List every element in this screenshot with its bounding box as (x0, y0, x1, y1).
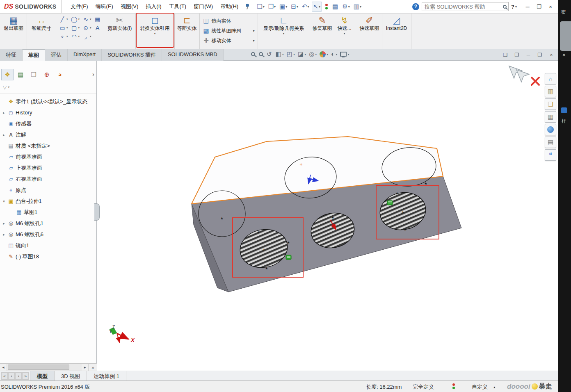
next-tab-button[interactable]: › (15, 372, 22, 380)
zoom-fit-icon[interactable] (251, 52, 256, 56)
menu-item[interactable]: 帮助(H) (217, 1, 242, 12)
tree-item[interactable]: ▸ 注解 (0, 129, 96, 140)
tree-horizontal-scrollbar[interactable]: ◂ ▸ » (0, 363, 97, 371)
repair-sketch-button[interactable]: ✎ 修复草图 (311, 14, 333, 47)
search-box[interactable] (422, 2, 509, 11)
trim-entities-button[interactable]: ✂ 剪裁实体(I) (105, 14, 134, 47)
minimize-button[interactable]: ─ (523, 2, 532, 11)
rapid-sketch-button[interactable]: ✐ 快速草图 (359, 14, 381, 47)
text-tool[interactable]: A (93, 24, 103, 32)
propertymanager-tab[interactable]: ▤ (14, 69, 27, 80)
help-menu[interactable]: ? ▾ (511, 4, 517, 10)
open-button[interactable]: ❐ ▾ (267, 2, 277, 11)
menu-item[interactable]: 文件(F) (67, 1, 91, 12)
panel-expand-button[interactable]: › (92, 71, 94, 77)
doc-close-button[interactable]: × (547, 51, 555, 59)
smart-dimension-button[interactable]: ↔ 智能尺寸 (28, 14, 55, 47)
tree-filter-row[interactable]: ▽ ▾ (0, 81, 96, 93)
pin-icon[interactable] (245, 3, 250, 10)
design-library-icon[interactable]: ▥ (545, 86, 556, 97)
dimxpertmanager-tab[interactable]: ⊕ (41, 69, 53, 80)
print-button[interactable]: ⊟ ▾ (290, 2, 299, 11)
apply-scene-icon[interactable]: ◐ ▾ (331, 50, 337, 58)
view-orientation-icon[interactable]: ◰ ▾ (287, 50, 295, 58)
tree-item[interactable]: 传感器 (0, 118, 96, 129)
tab-overflow-button[interactable]: » (89, 364, 97, 371)
tree-splitter-handle[interactable] (94, 203, 100, 221)
doc-cascade-icon[interactable]: ❐ (513, 51, 521, 59)
offset-entities-button[interactable]: ⊏ 等距实体 (176, 14, 198, 47)
undo-button[interactable]: ↶ ▾ (301, 2, 311, 11)
property-tab-builder-icon[interactable]: ▥ ▾ (352, 2, 363, 11)
scroll-left-button[interactable]: ◂ (0, 364, 7, 371)
sketch-picture-icon[interactable]: ▦ (93, 15, 103, 23)
point-tool[interactable]: ∘ ▾ (57, 32, 69, 41)
view-palette-icon[interactable]: ▦ (545, 111, 556, 123)
spline-tool[interactable]: ∿ ▾ (81, 15, 92, 23)
line-tool[interactable]: ╱ ▾ (57, 15, 69, 23)
fillet-tool[interactable]: ◞ ▾ (81, 32, 92, 41)
close-button[interactable]: × (546, 2, 555, 11)
displaymanager-tab[interactable]: ◕ (54, 69, 66, 80)
tree-item[interactable]: ▾ 凸台-拉伸1 (0, 196, 96, 207)
prev-tab-button[interactable]: ‹ (8, 372, 15, 380)
confirmation-corner[interactable] (509, 66, 539, 85)
section-view-icon[interactable]: ◧ ▾ (276, 50, 284, 58)
file-explorer-icon[interactable]: ❏ (545, 98, 556, 110)
restore-button[interactable]: ❐ (534, 2, 544, 11)
task-pane-icon[interactable]: ▤ (331, 2, 340, 11)
tab-evaluate[interactable]: 评估 (45, 49, 68, 61)
display-delete-relations-button[interactable]: ∟ 显示/删除几何关系 ▾ (259, 14, 308, 47)
filter-icon[interactable]: ▽ (3, 84, 7, 90)
tree-item[interactable]: 右视基准面 (0, 173, 96, 185)
linear-sketch-pattern-button[interactable]: ▩ 线性草图阵列 ▾ (201, 27, 256, 35)
custom-properties-icon[interactable]: ▤ (545, 137, 556, 148)
appearances-icon[interactable] (545, 124, 556, 135)
options-button[interactable]: ⚙ ▾ (341, 2, 351, 11)
view-settings-icon[interactable]: ▾ (340, 52, 349, 57)
doc-minimize-button[interactable]: ─ (524, 51, 532, 59)
expand-arrow-icon[interactable]: ▸ (2, 133, 6, 137)
zoom-area-icon[interactable] (259, 52, 264, 56)
convert-entities-button[interactable]: ◻ 转换实体引用 ▾ (137, 14, 173, 47)
expand-arrow-icon[interactable]: ▸ (2, 221, 6, 226)
tab-motion-study-1[interactable]: 运动算例 1 (87, 371, 126, 381)
arc-tool[interactable]: ◠ ▾ (69, 32, 81, 41)
unit-system-dropdown[interactable]: 自定义 ▴ (472, 383, 496, 391)
circle-tool[interactable]: ◯ ▾ (69, 15, 81, 23)
tree-item[interactable]: (-) 草图18 (0, 251, 96, 262)
help-icon[interactable]: ? (412, 3, 419, 10)
tree-item[interactable]: ▸ History (0, 107, 96, 118)
tree-item[interactable]: 草图1 (0, 207, 96, 218)
search-input[interactable] (424, 3, 503, 10)
menu-item[interactable]: 编辑(E) (92, 1, 116, 12)
rectangle-tool[interactable]: ▭ ▾ (57, 24, 69, 32)
tree-item[interactable]: ▸ M6 螺纹孔6 (0, 229, 96, 240)
tab-model[interactable]: 模型 (30, 371, 55, 381)
search-icon[interactable] (503, 5, 507, 9)
hide-show-items-icon[interactable]: ◎ ▾ (309, 50, 317, 58)
tree-item[interactable]: 镜向1 (0, 240, 96, 251)
edit-appearance-icon[interactable]: ▾ (320, 51, 328, 57)
save-button[interactable]: ▣ ▾ (278, 2, 288, 11)
tab-addins[interactable]: SOLIDWORKS 插件 (102, 49, 162, 61)
scroll-right-button[interactable]: ▸ (82, 364, 89, 371)
menu-item[interactable]: 工具(T) (166, 1, 190, 12)
tree-item[interactable]: 原点 (0, 185, 96, 196)
sketch-state-indicator-icon[interactable] (323, 3, 330, 10)
tree-item[interactable]: ▸ M6 螺纹孔1 (0, 218, 96, 229)
external-close-icon[interactable]: × (562, 52, 566, 58)
forum-icon[interactable]: ❝ (545, 149, 556, 161)
menu-item[interactable]: 视图(V) (117, 1, 142, 12)
display-style-icon[interactable]: ◪ ▾ (298, 50, 306, 58)
featuremanager-tab[interactable]: ❖ (1, 69, 14, 80)
last-tab-button[interactable]: » (22, 372, 29, 380)
tree-item[interactable]: 前视基准面 (0, 151, 96, 162)
exit-sketch-button[interactable]: ▦ 退出草图 (2, 14, 25, 47)
tab-mbd[interactable]: SOLIDWORKS MBD (162, 49, 224, 61)
doc-window-icon[interactable]: ❏ (501, 51, 509, 59)
scrollbar-thumb[interactable] (8, 365, 69, 370)
tree-item[interactable]: 材质 <未指定> (0, 140, 96, 151)
expand-arrow-icon[interactable]: ▸ (2, 111, 6, 115)
tab-features[interactable]: 特征 (0, 49, 23, 61)
